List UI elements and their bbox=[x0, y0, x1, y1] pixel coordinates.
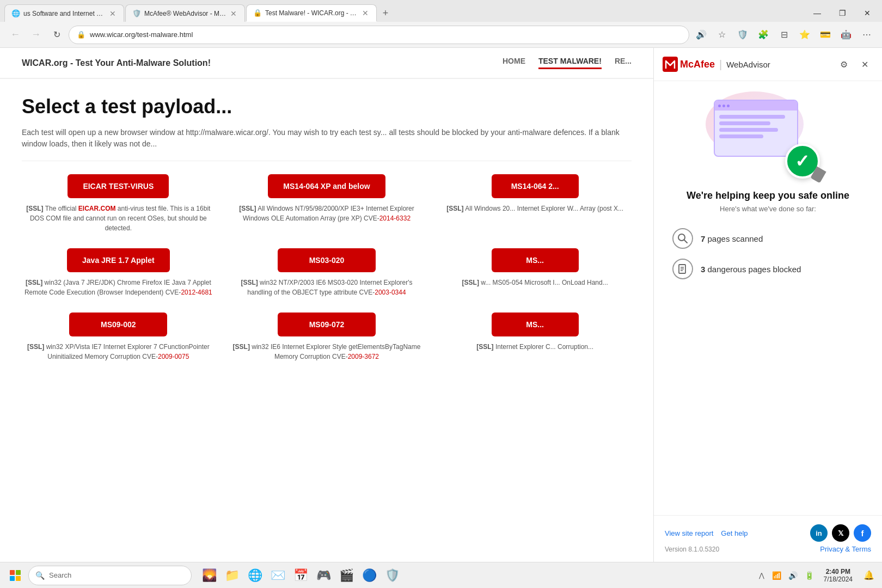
social-icons: in 𝕏 f bbox=[810, 524, 871, 542]
site-nav: WICAR.org - Test Your Anti-Malware Solut… bbox=[0, 48, 653, 79]
taskbar-app-media[interactable]: 🎬 bbox=[335, 565, 357, 586]
mcafee-header: McAfee | WebAdvisor ⚙ ✕ bbox=[654, 48, 882, 81]
search-stat-icon bbox=[672, 228, 693, 249]
ms03-020-button[interactable]: MS03-020 bbox=[278, 248, 376, 272]
favorites-icon[interactable]: ☆ bbox=[713, 26, 731, 44]
clock-time: 2:40 PM bbox=[824, 568, 853, 575]
tab-title-1: us Software and Internet S... bbox=[23, 10, 105, 17]
java-jre-button[interactable]: Java JRE 1.7 Applet bbox=[67, 248, 170, 272]
taskbar-right: ⋀ 📶 🔊 🔋 2:40 PM 7/18/2024 🔔 bbox=[756, 567, 878, 584]
copilot-icon[interactable]: 🤖 bbox=[837, 26, 855, 44]
facebook-icon[interactable]: f bbox=[854, 524, 871, 542]
taskbar-app-photo[interactable]: 🌄 bbox=[198, 565, 220, 586]
privacy-terms-link[interactable]: Privacy & Terms bbox=[820, 545, 871, 553]
maximize-button[interactable]: ❐ bbox=[830, 4, 855, 22]
mcafee-logo: McAfee | WebAdvisor bbox=[663, 57, 835, 72]
site-logo: WICAR.org - Test Your Anti-Malware Solut… bbox=[22, 58, 503, 68]
collections-icon[interactable]: ⭐ bbox=[796, 26, 813, 44]
mcafee-footer: View site report Get help in 𝕏 f Version… bbox=[654, 515, 882, 562]
mcafee-settings-button[interactable]: ⚙ bbox=[835, 56, 853, 73]
notification-button[interactable]: 🔔 bbox=[860, 567, 878, 584]
taskbar-search-text: Search bbox=[49, 571, 71, 579]
mcafee-separator: | bbox=[719, 58, 722, 71]
payload-item-5: MS03-020 [SSL] win32 NT/XP/2003 IE6 MS03… bbox=[230, 248, 424, 297]
nav-link-home[interactable]: HOME bbox=[503, 57, 525, 69]
version-text: Version 8.1.0.5320 bbox=[665, 546, 719, 553]
mcafee-m-icon bbox=[663, 57, 678, 72]
browser-tab-3[interactable]: 🔒 Test Malware! - WICAR.org - Test... ✕ bbox=[246, 4, 377, 22]
taskbar-app-files[interactable]: 📁 bbox=[221, 565, 243, 586]
ms-last-button[interactable]: MS... bbox=[492, 313, 579, 336]
site-content: WICAR.org - Test Your Anti-Malware Solut… bbox=[0, 48, 653, 562]
wallet-icon[interactable]: 💳 bbox=[817, 26, 834, 44]
browser-tab-2[interactable]: 🛡️ McAfee® WebAdvisor - Microso... ✕ bbox=[125, 4, 245, 22]
new-tab-button[interactable]: + bbox=[377, 4, 394, 22]
taskbar-app-xbox[interactable]: 🎮 bbox=[313, 565, 334, 586]
split-screen-icon[interactable]: ⊟ bbox=[775, 26, 793, 44]
tray-arrow[interactable]: ⋀ bbox=[756, 567, 767, 584]
payload-item-7: MS09-002 [SSL] win32 XP/Vista IE7 Intern… bbox=[22, 313, 215, 362]
mcafee-close-button[interactable]: ✕ bbox=[856, 56, 873, 73]
ms5-button[interactable]: MS... bbox=[492, 248, 579, 272]
mcafee-body: ✓ We're helping keep you safe online Her… bbox=[654, 81, 882, 515]
tab-title-3: Test Malware! - WICAR.org - Test... bbox=[265, 9, 358, 17]
taskbar-search[interactable]: 🔍 Search bbox=[28, 566, 192, 585]
minimize-button[interactable]: — bbox=[805, 4, 830, 22]
stat-pages-scanned: 7 pages scanned bbox=[672, 228, 863, 249]
tab-close-2[interactable]: ✕ bbox=[229, 9, 238, 18]
browser-tab-1[interactable]: 🌐 us Software and Internet S... ✕ bbox=[4, 4, 124, 22]
x-icon[interactable]: 𝕏 bbox=[832, 524, 849, 542]
doc-stat-icon bbox=[672, 259, 693, 279]
system-clock[interactable]: 2:40 PM 7/18/2024 bbox=[819, 568, 857, 583]
taskbar-app-calendar[interactable]: 📅 bbox=[290, 565, 311, 586]
clock-date: 7/18/2024 bbox=[824, 575, 853, 583]
linkedin-icon[interactable]: in bbox=[810, 524, 828, 542]
mcafee-brand-text: McAfee bbox=[680, 59, 715, 70]
ms09-002-desc: [SSL] win32 XP/Vista IE7 Internet Explor… bbox=[22, 342, 215, 362]
page-title: Select a test payload... bbox=[22, 95, 632, 118]
close-window-button[interactable]: ✕ bbox=[855, 4, 880, 22]
mcafee-panel: McAfee | WebAdvisor ⚙ ✕ bbox=[653, 48, 882, 562]
tray-battery[interactable]: 🔋 bbox=[803, 567, 816, 584]
taskbar: 🔍 Search 🌄 📁 🌐 ✉️ 📅 🎮 🎬 🔵 🛡️ ⋀ 📶 🔊 🔋 2:4… bbox=[0, 562, 882, 588]
taskbar-app-mcafee[interactable]: 🛡️ bbox=[381, 565, 403, 586]
forward-button[interactable]: → bbox=[27, 26, 45, 44]
site-nav-links: HOME TEST MALWARE! RE... bbox=[503, 57, 632, 69]
nav-link-re[interactable]: RE... bbox=[615, 57, 632, 69]
start-button[interactable] bbox=[4, 565, 26, 586]
back-button[interactable]: ← bbox=[7, 26, 24, 44]
ms14-064-2-button[interactable]: MS14-064 2... bbox=[492, 174, 579, 198]
taskbar-app-edge[interactable]: 🌐 bbox=[244, 565, 266, 586]
read-aloud-icon[interactable]: 🔊 bbox=[693, 26, 710, 44]
address-text: www.wicar.org/test-malware.html bbox=[90, 30, 681, 39]
window-controls: — ❐ ✕ bbox=[805, 4, 882, 22]
nav-link-test-malware[interactable]: TEST MALWARE! bbox=[538, 57, 602, 69]
eicar-button[interactable]: EICAR TEST-VIRUS bbox=[68, 174, 169, 198]
ms-last-desc: [SSL] Internet Explorer C... Corruption.… bbox=[476, 342, 593, 352]
refresh-button[interactable]: ↻ bbox=[48, 26, 65, 44]
taskbar-app-mail[interactable]: ✉️ bbox=[267, 565, 289, 586]
mcafee-product-name: WebAdvisor bbox=[726, 60, 770, 69]
ms09-002-button[interactable]: MS09-002 bbox=[69, 313, 167, 336]
ms03-020-desc: [SSL] win32 NT/XP/2003 IE6 MS03-020 Inte… bbox=[230, 278, 424, 297]
taskbar-app-teams[interactable]: 🔵 bbox=[358, 565, 380, 586]
address-bar-row: ← → ↻ 🔒 www.wicar.org/test-malware.html … bbox=[0, 22, 882, 48]
ms14-064-xp-button[interactable]: MS14-064 XP and below bbox=[268, 174, 385, 198]
mcafee-toolbar-icon[interactable]: 🛡️ bbox=[734, 26, 751, 44]
main-layout: WICAR.org - Test Your Anti-Malware Solut… bbox=[0, 48, 882, 562]
extensions-icon[interactable]: 🧩 bbox=[755, 26, 772, 44]
view-site-report-link[interactable]: View site report bbox=[665, 529, 713, 537]
address-bar[interactable]: 🔒 www.wicar.org/test-malware.html bbox=[69, 26, 689, 44]
tab-close-3[interactable]: ✕ bbox=[361, 9, 370, 17]
svg-point-1 bbox=[678, 234, 685, 241]
tray-volume[interactable]: 🔊 bbox=[787, 567, 800, 584]
tray-network[interactable]: 📶 bbox=[770, 567, 783, 584]
stats-container: 7 pages scanned 3 dangerous pag bbox=[667, 228, 869, 279]
svg-rect-0 bbox=[663, 57, 678, 72]
more-options-button[interactable]: ⋯ bbox=[858, 26, 875, 44]
get-help-link[interactable]: Get help bbox=[721, 529, 748, 537]
tab-close-1[interactable]: ✕ bbox=[108, 9, 117, 18]
ms09-072-button[interactable]: MS09-072 bbox=[278, 313, 376, 336]
payload-item-3: MS14-064 2... [SSL] All Windows 20... In… bbox=[438, 174, 632, 233]
site-body: Select a test payload... Each test will … bbox=[0, 79, 653, 378]
